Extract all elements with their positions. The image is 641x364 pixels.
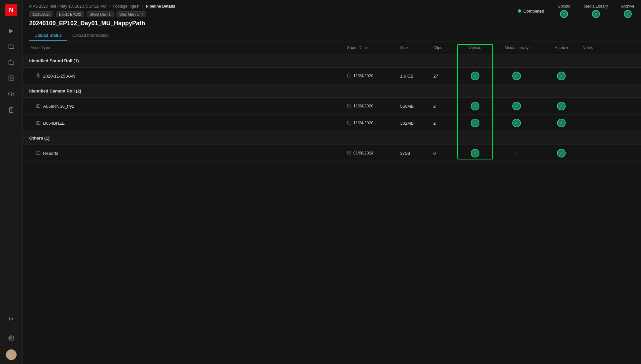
calendar-icon (347, 120, 351, 126)
camera1-upload-check: ✓ (459, 101, 492, 111)
reports-notes (581, 152, 634, 154)
sidebar: N ▶ (0, 0, 23, 364)
check-icon: ✓ (471, 102, 479, 110)
sound-media-check: ✓ (492, 71, 541, 81)
check-icon: ✓ (557, 72, 566, 80)
header-archive-check: ✓ (624, 10, 632, 18)
camera2-date: 11/24/2020 (346, 120, 399, 126)
table-header-row: Asset Type Shoot Date Size Clips Upload … (23, 41, 641, 54)
check-icon: ✓ (557, 119, 566, 127)
table-row: A058RNS6_try2 11/24/2020 560MB 2 ✓ ✓ (23, 98, 641, 115)
camera2-media-check: ✓ (492, 118, 541, 128)
camera-icon (36, 120, 40, 126)
svg-rect-26 (348, 151, 351, 154)
user-avatar[interactable] (6, 349, 17, 360)
header-upload-label: Upload (558, 4, 570, 9)
camera-icon (36, 103, 40, 109)
section-others-title: Others (1) (29, 136, 346, 141)
th-size: Size (399, 45, 432, 51)
th-archive: Archive (541, 45, 581, 51)
tag-shootday: Shoot Day: 1 (87, 11, 114, 17)
th-clips: Clips (432, 45, 459, 51)
tag-unit: Unit: Main Unit (116, 11, 146, 17)
table-row: Reports 01/08/2024 375B 0 ✓ - ✓ (23, 145, 641, 162)
section-sound-roll: Identified Sound Roll (1) (23, 54, 641, 68)
netflix-logo[interactable]: N (5, 4, 17, 16)
sound-clips: 27 (432, 73, 459, 79)
header-checks: Upload ✓ Media Library ✓ Archive ✓ (558, 4, 634, 18)
settings-icon[interactable] (5, 332, 17, 344)
reports-name: Reports (43, 151, 58, 156)
section-camera-roll: Identified Camera Roll (2) (23, 85, 641, 98)
folder-icon (36, 151, 40, 156)
clip-icon[interactable] (5, 104, 17, 116)
sidebar-bottom (5, 311, 17, 360)
sound-archive-check: ✓ (541, 71, 581, 81)
header-archive-label: Archive (621, 4, 634, 9)
breadcrumb-footage: Footage Ingest (113, 4, 139, 9)
asset-name-sound: 2020-11-25.AAN (29, 73, 346, 80)
main-content: Completed Upload ✓ Media Library ✓ Archi… (23, 0, 641, 364)
folder-icon[interactable] (5, 40, 17, 52)
header-archive: Archive ✓ (621, 4, 634, 18)
page-title: 20240109_EP102_Day01_MU_HappyPath (29, 20, 634, 27)
camera1-archive-check: ✓ (541, 101, 581, 111)
calendar-icon (347, 103, 351, 109)
reports-upload-check: ✓ (459, 148, 492, 158)
sound-date: 11/24/2020 (346, 73, 399, 79)
monitor-icon[interactable]: ▶ (5, 25, 17, 36)
sep1: / (109, 4, 110, 9)
header-upload: Upload ✓ (558, 4, 570, 18)
reports-archive-check: ✓ (541, 148, 581, 158)
table-row: 2020-11-25.AAN 11/24/2020 1.6 GB 27 ✓ ✓ (23, 68, 641, 85)
breadcrumb-project: MPS 2023 Test - May 10, 2023, 5:24:10 PM (29, 4, 107, 9)
mic-icon (36, 73, 40, 79)
tab-upload-status[interactable]: Upload Status (29, 30, 67, 41)
tabs: Upload Status Upload Information (29, 30, 634, 41)
th-upload: Upload (459, 45, 492, 51)
tab-upload-info[interactable]: Upload Information (67, 30, 114, 41)
svg-point-9 (10, 337, 12, 339)
svg-rect-0 (9, 76, 14, 81)
section-sound-title: Identified Sound Roll (1) (29, 58, 346, 63)
status-label: Completed (523, 9, 544, 14)
svg-rect-12 (348, 74, 351, 77)
camera2-size: 332MB (399, 120, 432, 126)
asset-name-camera1: A058RNS6_try2 (29, 103, 346, 110)
video-icon[interactable] (5, 72, 17, 84)
tag-block: Block: EP102 (56, 11, 84, 17)
content-area: Asset Type Shoot Date Size Clips Upload … (23, 41, 641, 364)
sep2: / (142, 4, 143, 9)
calendar-icon (347, 73, 351, 79)
camera1-media-check: ✓ (492, 101, 541, 111)
header-media-library: Media Library ✓ (584, 4, 608, 18)
section-camera-title: Identified Camera Roll (2) (29, 89, 346, 93)
th-media-library: Media Library (492, 45, 541, 51)
th-asset-type: Asset Type (29, 45, 346, 51)
sound-size: 1.6 GB (399, 73, 432, 79)
status-dot (518, 9, 521, 13)
camera2-notes (581, 122, 634, 124)
sound-notes (581, 75, 634, 77)
status-completed: Completed (518, 9, 544, 14)
calendar-icon (347, 151, 351, 156)
camera2-archive-check: ✓ (541, 118, 581, 128)
sound-roll-name: 2020-11-25.AAN (43, 74, 75, 79)
camera1-size: 560MB (399, 103, 432, 109)
camera-roll2-name: B054BNZE (43, 121, 65, 126)
check-icon: ✓ (471, 72, 479, 80)
svg-rect-16 (36, 105, 40, 107)
folder2-icon[interactable] (5, 56, 17, 68)
reports-date: 01/08/2024 (346, 150, 399, 156)
svg-rect-17 (348, 104, 351, 107)
upload-icon[interactable] (5, 88, 17, 100)
header-media-label: Media Library (584, 4, 608, 9)
asset-name-reports: Reports (29, 150, 346, 157)
camera1-date: 11/24/2020 (346, 103, 399, 109)
pipeline-icon[interactable] (5, 313, 17, 325)
svg-rect-21 (36, 122, 40, 124)
th-shoot-date: Shoot Date (346, 45, 399, 51)
check-icon: ✓ (471, 149, 479, 157)
th-notes: Notes (581, 45, 634, 51)
check-icon: ✓ (512, 72, 521, 80)
